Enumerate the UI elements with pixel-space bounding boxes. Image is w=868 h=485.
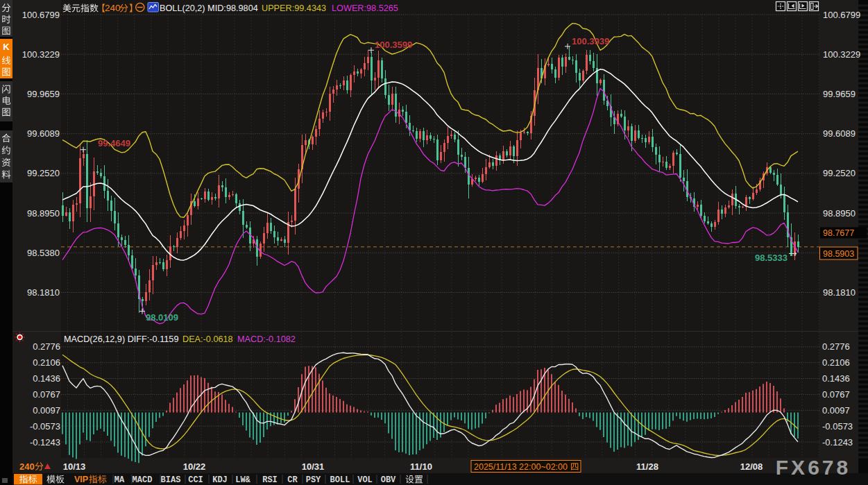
svg-text:100.6799: 100.6799 bbox=[22, 10, 60, 20]
svg-text:-0.1243: -0.1243 bbox=[30, 437, 60, 448]
svg-text:MACD(26,12,9) DIFF:-0.1159: MACD(26,12,9) DIFF:-0.1159 bbox=[64, 334, 178, 344]
svg-text:FX678: FX678 bbox=[776, 456, 851, 479]
svg-text:CR: CR bbox=[287, 475, 298, 485]
svg-text:PSY: PSY bbox=[306, 475, 321, 485]
svg-text:240: 240 bbox=[105, 3, 121, 13]
svg-text:98.8950: 98.8950 bbox=[823, 208, 856, 219]
svg-text:MACD: MACD bbox=[133, 475, 153, 485]
svg-text:0.1436: 0.1436 bbox=[33, 373, 60, 384]
svg-text:0.2776: 0.2776 bbox=[822, 341, 850, 352]
svg-text:100.3939: 100.3939 bbox=[572, 36, 609, 46]
svg-text:0.1436: 0.1436 bbox=[822, 373, 850, 384]
svg-text:98.1810: 98.1810 bbox=[823, 287, 856, 298]
svg-text:DEA:-0.0618: DEA:-0.0618 bbox=[182, 334, 233, 344]
svg-text:100.3599: 100.3599 bbox=[375, 40, 412, 50]
svg-text:10/31: 10/31 bbox=[302, 461, 325, 472]
svg-text:98.5903: 98.5903 bbox=[823, 249, 854, 259]
svg-text:BOLL: BOLL bbox=[330, 475, 350, 485]
svg-text:-0.1243: -0.1243 bbox=[822, 437, 853, 448]
svg-text:MACD:-0.1082: MACD:-0.1082 bbox=[237, 334, 296, 344]
svg-text:98.8950: 98.8950 bbox=[27, 208, 60, 219]
svg-text:11/28: 11/28 bbox=[636, 461, 658, 472]
svg-text:UPPER:99.4343: UPPER:99.4343 bbox=[262, 3, 326, 13]
svg-text:99.4649: 99.4649 bbox=[98, 138, 130, 148]
svg-text:100.3229: 100.3229 bbox=[22, 49, 60, 60]
svg-text:99.2520: 99.2520 bbox=[27, 168, 60, 178]
svg-text:KDJ: KDJ bbox=[212, 475, 228, 485]
svg-text:LW&: LW& bbox=[235, 475, 250, 485]
svg-text:99.2520: 99.2520 bbox=[823, 168, 856, 178]
svg-text:0.2106: 0.2106 bbox=[33, 357, 60, 368]
svg-text:100.6799: 100.6799 bbox=[823, 10, 860, 20]
svg-text:12/08: 12/08 bbox=[740, 461, 763, 472]
svg-text:98.5333: 98.5333 bbox=[755, 253, 788, 263]
svg-text:RSI: RSI bbox=[262, 475, 278, 485]
svg-text:98.1810: 98.1810 bbox=[27, 287, 60, 298]
svg-text:99.6089: 99.6089 bbox=[27, 128, 60, 139]
svg-text:0.2776: 0.2776 bbox=[33, 341, 60, 352]
svg-text:LOWER:98.5265: LOWER:98.5265 bbox=[332, 3, 398, 13]
svg-text:CCI: CCI bbox=[188, 475, 203, 485]
svg-text:-0.0573: -0.0573 bbox=[822, 421, 853, 432]
svg-text:-0.0573: -0.0573 bbox=[30, 421, 60, 432]
svg-text:BIAS: BIAS bbox=[161, 475, 181, 485]
svg-text:0.0767: 0.0767 bbox=[822, 389, 850, 400]
svg-text:10/22: 10/22 bbox=[183, 461, 206, 472]
svg-text:0.0097: 0.0097 bbox=[822, 405, 850, 416]
svg-text:240: 240 bbox=[19, 461, 35, 472]
svg-text:98.7677: 98.7677 bbox=[823, 228, 854, 238]
svg-text:BOLL(20,2) MID:98.9804: BOLL(20,2) MID:98.9804 bbox=[160, 3, 258, 13]
svg-text:2025/11/13 22:00~02:00: 2025/11/13 22:00~02:00 bbox=[474, 462, 568, 472]
svg-text:0.0767: 0.0767 bbox=[33, 389, 60, 400]
svg-text:VIP: VIP bbox=[74, 475, 88, 484]
svg-text:K: K bbox=[3, 42, 10, 52]
svg-text:11/10: 11/10 bbox=[410, 461, 432, 472]
svg-text:MA: MA bbox=[114, 475, 125, 485]
svg-text:VOL: VOL bbox=[357, 475, 373, 485]
svg-text:98.0109: 98.0109 bbox=[146, 312, 178, 323]
svg-text:100.3229: 100.3229 bbox=[823, 49, 860, 60]
svg-text:99.9659: 99.9659 bbox=[27, 89, 60, 99]
svg-text:98.5380: 98.5380 bbox=[27, 248, 60, 258]
svg-text:10/13: 10/13 bbox=[63, 461, 86, 472]
svg-text:OBV: OBV bbox=[381, 475, 396, 485]
svg-text:99.9659: 99.9659 bbox=[823, 89, 856, 99]
svg-text:0.0097: 0.0097 bbox=[33, 405, 60, 416]
svg-text:99.6089: 99.6089 bbox=[823, 128, 856, 139]
svg-text:0.2106: 0.2106 bbox=[822, 357, 850, 368]
